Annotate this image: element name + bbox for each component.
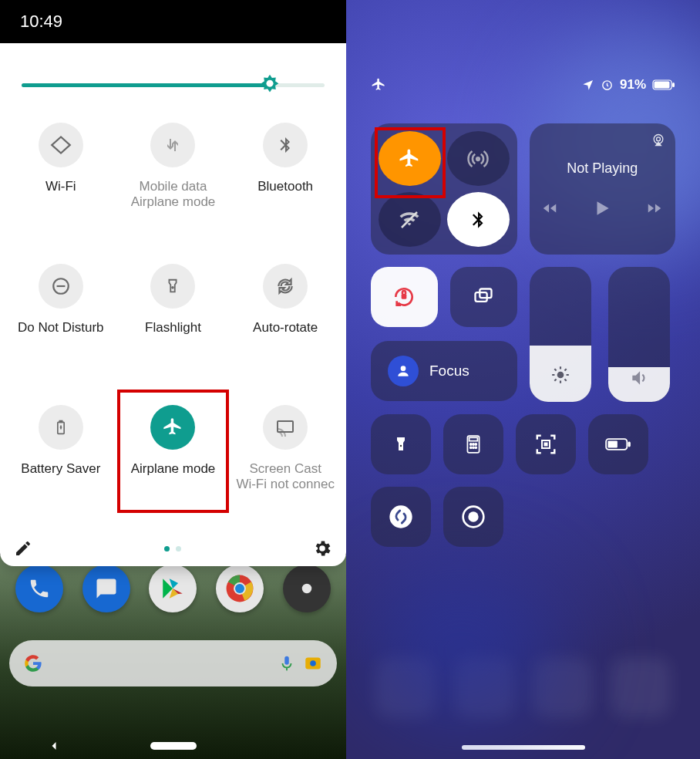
tile-label: Screen Cast <box>249 460 321 477</box>
prev-track-icon[interactable] <box>541 200 558 217</box>
home-indicator[interactable] <box>462 745 585 750</box>
battery-percentage: 91% <box>620 77 646 93</box>
android-navbar <box>0 733 346 759</box>
status-time: 10:49 <box>20 12 62 32</box>
svg-rect-36 <box>628 442 630 447</box>
orientation-lock-status-icon <box>601 79 614 92</box>
mirroring-icon <box>471 286 496 308</box>
chrome-app-icon[interactable] <box>216 565 264 612</box>
media-module[interactable]: Not Playing <box>530 123 676 255</box>
screen-cast-tile[interactable]: Screen Cast Wi-Fi not connec <box>229 393 342 516</box>
flashlight-icon <box>164 276 181 296</box>
media-title: Not Playing <box>567 160 638 177</box>
svg-point-17 <box>657 137 661 141</box>
dnd-icon <box>51 276 71 296</box>
android-homescreen <box>0 555 346 759</box>
battery-icon <box>652 79 675 90</box>
low-power-toggle[interactable] <box>588 414 648 474</box>
brightness-slider[interactable] <box>530 267 591 402</box>
airplane-mode-toggle[interactable] <box>379 131 441 186</box>
tile-label: Wi-Fi <box>45 178 76 194</box>
lens-icon[interactable] <box>303 653 323 673</box>
calculator-button[interactable] <box>443 414 503 474</box>
svg-rect-13 <box>655 82 670 89</box>
brightness-slider[interactable] <box>0 77 346 110</box>
bluetooth-tile[interactable]: Bluetooth <box>229 110 342 234</box>
svg-rect-10 <box>278 421 293 432</box>
flashlight-icon <box>392 433 410 456</box>
tile-label: Do Not Disturb <box>18 319 103 336</box>
svg-rect-14 <box>672 83 675 87</box>
tile-sublabel: Wi-Fi not connec <box>236 477 335 492</box>
shazam-icon <box>389 504 413 529</box>
tile-label: Auto-rotate <box>253 319 318 336</box>
wifi-toggle[interactable] <box>379 192 441 247</box>
airplane-icon <box>162 417 183 438</box>
ios-screenshot: 91% <box>346 0 700 759</box>
mic-icon[interactable] <box>278 653 295 674</box>
svg-point-37 <box>389 505 412 528</box>
brightness-icon <box>550 365 570 385</box>
tile-label: Bluetooth <box>257 178 313 194</box>
screen-record-button[interactable] <box>443 487 503 547</box>
bluetooth-icon <box>468 210 488 230</box>
orientation-lock-toggle[interactable] <box>371 267 438 327</box>
connectivity-module[interactable] <box>371 123 517 255</box>
quick-settings-panel: Wi-Fi Mobile data Airplane mode Bluetoot… <box>0 43 346 566</box>
record-icon <box>461 504 486 529</box>
edit-icon[interactable] <box>14 539 32 558</box>
shazam-button[interactable] <box>371 487 431 547</box>
volume-slider[interactable] <box>608 267 670 402</box>
dnd-tile[interactable]: Do Not Disturb <box>5 251 117 375</box>
home-button[interactable] <box>150 742 197 750</box>
bluetooth-toggle[interactable] <box>447 192 510 247</box>
flashlight-tile[interactable]: Flashlight <box>117 251 230 375</box>
svg-rect-33 <box>544 443 548 447</box>
tile-sublabel: Airplane mode <box>131 194 216 210</box>
svg-point-29 <box>470 447 472 448</box>
phone-app-icon[interactable] <box>15 565 63 612</box>
svg-point-21 <box>557 372 564 379</box>
focus-person-icon <box>395 363 411 379</box>
battery-icon <box>53 417 69 437</box>
svg-point-30 <box>473 447 474 448</box>
low-power-icon <box>605 437 631 451</box>
svg-point-15 <box>476 157 480 160</box>
mobile-data-tile[interactable]: Mobile data Airplane mode <box>117 110 230 234</box>
svg-point-26 <box>470 444 472 445</box>
page-indicator <box>164 546 181 552</box>
back-button[interactable] <box>46 738 62 754</box>
wifi-off-icon <box>398 208 421 231</box>
next-track-icon[interactable] <box>646 200 663 217</box>
qr-scanner-button[interactable] <box>516 414 576 474</box>
calculator-icon <box>463 433 483 456</box>
location-icon <box>582 79 594 91</box>
play-store-app-icon[interactable] <box>149 565 197 612</box>
settings-gear-icon[interactable] <box>312 538 332 558</box>
svg-point-39 <box>468 511 478 521</box>
messages-app-icon[interactable] <box>82 565 130 612</box>
autorotate-tile[interactable]: Auto-rotate <box>229 251 342 375</box>
svg-point-6 <box>267 79 274 86</box>
airplane-mode-tile[interactable]: Airplane mode <box>117 390 230 513</box>
flashlight-toggle[interactable] <box>371 414 431 474</box>
svg-rect-18 <box>402 294 407 299</box>
wifi-tile[interactable]: Wi-Fi <box>5 110 117 234</box>
svg-rect-25 <box>469 437 478 440</box>
wifi-icon <box>50 134 72 156</box>
screen-mirroring-toggle[interactable] <box>450 267 517 327</box>
cellular-toggle[interactable] <box>447 131 510 186</box>
android-statusbar: 10:49 <box>0 0 346 43</box>
volume-icon <box>629 368 649 388</box>
svg-point-3 <box>301 584 311 594</box>
airplay-icon[interactable] <box>651 133 666 148</box>
svg-point-5 <box>310 660 316 666</box>
battery-saver-tile[interactable]: Battery Saver <box>5 393 117 516</box>
brightness-thumb-icon[interactable] <box>257 73 283 99</box>
focus-label: Focus <box>429 363 469 380</box>
svg-point-22 <box>401 366 406 371</box>
play-icon[interactable] <box>592 198 612 218</box>
focus-toggle[interactable]: Focus <box>371 341 517 401</box>
camera-app-icon[interactable] <box>283 565 331 612</box>
google-search-bar[interactable] <box>9 640 337 686</box>
